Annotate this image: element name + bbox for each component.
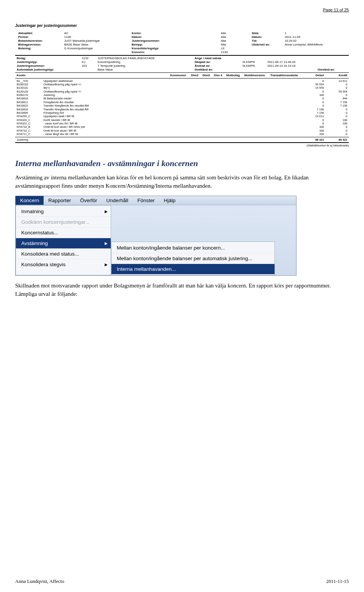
body-paragraph-1: Avstämning av interna mellanhavanden kan… (15, 174, 349, 190)
table-row: B160170Justering1000 (15, 93, 349, 97)
table-row: B120101IB(+)15 5550 (15, 86, 349, 90)
table-row: B410810IB Balanserade medel0944 (15, 97, 349, 100)
footer-date: 2011-11-15 (326, 578, 349, 584)
chevron-right-icon: ▶ (105, 241, 108, 245)
report-screenshot: Justeringar per justeringsnummer Aktuali… (15, 24, 349, 147)
table-row: B410895Förskjutning IEK7 1560 (15, 111, 349, 115)
report-title: Justeringar per justeringsnummer (15, 24, 349, 28)
menu-hjälp[interactable]: Hjälp (159, 196, 180, 205)
table-row: B100103Omklassificering påg nyanl +/-55 … (15, 83, 349, 86)
table-row: KFA710_BOmkl till kort skuld / BR innev … (15, 125, 349, 129)
table-row: B410815Transfer föregående års resultat … (15, 104, 349, 107)
submenu-item[interactable]: Interna mellanhavanden... (111, 264, 275, 274)
table-row: KFA710_COmkl till kort skuld / BR IB1000 (15, 129, 349, 132)
menu-överför[interactable]: Överför (75, 196, 102, 205)
menu-rapporter[interactable]: Rapporter (44, 196, 75, 205)
report-footnote: (Statistikkonton är ej inkluderade) (15, 144, 349, 147)
menu-underhåll[interactable]: Underhåll (102, 196, 133, 205)
table-row: B410816Transfer föregående års resultat … (15, 108, 349, 111)
menu-item[interactable]: Koncernstatus... (16, 227, 111, 238)
table-row: KFA322_C- varav kortf sku IM / BR IB0100 (15, 122, 349, 125)
menu-item[interactable]: Konsolidera med status... (16, 248, 111, 259)
menu-item[interactable]: Konsolidera stegvis▶ (16, 259, 111, 270)
chevron-right-icon: ▶ (105, 209, 108, 214)
menu-item[interactable]: Avstämning▶ (16, 238, 111, 248)
menu-item: Godkänn koncernjusteringar... (16, 217, 111, 227)
table-row: B410811Föregående års resultat07 156 (15, 100, 349, 104)
page-number: Page 11 of 25 (15, 8, 349, 12)
menu-item[interactable]: Inmatning▶ (16, 206, 111, 217)
table-row: B120103Omklassificering påg nyanl +/-055… (15, 90, 349, 93)
chevron-right-icon: ▶ (105, 262, 108, 267)
menu-screenshot: KoncernRapporterÖverförUnderhållFönsterH… (15, 196, 297, 276)
submenu-item[interactable]: Mellan konton/ingående balanser per konc… (111, 243, 275, 253)
footer-author: Anna Lundqvist, Affecto (15, 578, 64, 584)
body-paragraph-2: Skillnaden mot motsvarande rapport under… (15, 282, 349, 298)
table-row: KFA320_CKortfr skulder / BR IB0100 (15, 118, 349, 122)
menu-fönster[interactable]: Fönster (133, 196, 159, 205)
menu-koncern[interactable]: Koncern (16, 196, 44, 205)
section-heading: Interna mellanhavanden - avstämningar i … (15, 159, 349, 168)
submenu-item[interactable]: Mellan konton/ingående balanser per auto… (111, 253, 275, 264)
table-row: KFA250_CUppskjuten skatt / BR IB14 6110 (15, 115, 349, 118)
table-row: B1__570Uppskjuten skatteskuld014 611 (15, 79, 349, 83)
table-row: KFA711_C- varav långf sku IM / BR IB1000 (15, 132, 349, 136)
